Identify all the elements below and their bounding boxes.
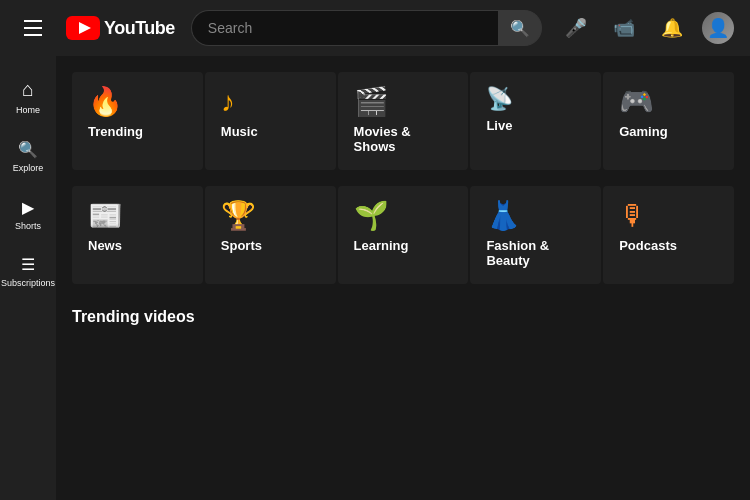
sidebar-item-subscriptions[interactable]: ☰ Subscriptions <box>2 245 54 299</box>
trending-icon: 🔥 <box>88 88 187 116</box>
search-bar: 🔍 <box>191 10 542 46</box>
learning-icon: 🌱 <box>354 202 453 230</box>
main-content: 🔥 Trending ♪ Music 🎬 Movies & Shows 📡 Li… <box>56 56 750 500</box>
news-label: News <box>88 238 187 253</box>
explore-icon: 🔍 <box>18 140 38 159</box>
shorts-icon: ▶ <box>22 198 34 217</box>
music-label: Music <box>221 124 320 139</box>
podcasts-label: Podcasts <box>619 238 718 253</box>
hamburger-menu[interactable] <box>16 12 50 44</box>
category-live[interactable]: 📡 Live <box>470 72 601 170</box>
category-gaming[interactable]: 🎮 Gaming <box>603 72 734 170</box>
youtube-icon <box>66 16 100 40</box>
header-left: YouTube <box>16 12 175 44</box>
bell-icon: 🔔 <box>661 17 683 39</box>
sidebar-label-subscriptions: Subscriptions <box>1 278 55 289</box>
account-avatar[interactable]: 👤 <box>702 12 734 44</box>
gaming-label: Gaming <box>619 124 718 139</box>
search-icon: 🔍 <box>510 19 530 38</box>
live-icon: 📡 <box>486 88 585 110</box>
header: YouTube 🔍 🎤 📹 🔔 👤 <box>0 0 750 56</box>
podcasts-icon: 🎙 <box>619 202 718 230</box>
logo[interactable]: YouTube <box>66 16 175 40</box>
sidebar: ⌂ Home 🔍 Explore ▶ Shorts ☰ Subscription… <box>0 56 56 500</box>
fashion-icon: 👗 <box>486 202 585 230</box>
create-button[interactable]: 📹 <box>606 10 642 46</box>
learning-label: Learning <box>354 238 453 253</box>
gaming-icon: 🎮 <box>619 88 718 116</box>
movies-icon: 🎬 <box>354 88 453 116</box>
search-input[interactable] <box>191 10 498 46</box>
category-fashion[interactable]: 👗 Fashion & Beauty <box>470 186 601 284</box>
search-button[interactable]: 🔍 <box>498 10 542 46</box>
trending-section: Trending videos <box>72 300 734 334</box>
sidebar-item-home[interactable]: ⌂ Home <box>2 68 54 126</box>
header-right: 🎤 📹 🔔 👤 <box>558 10 734 46</box>
logo-text: YouTube <box>104 18 175 39</box>
category-news[interactable]: 📰 News <box>72 186 203 284</box>
trending-label: Trending <box>88 124 187 139</box>
news-icon: 📰 <box>88 202 187 230</box>
movies-label: Movies & Shows <box>354 124 453 154</box>
sports-icon: 🏆 <box>221 202 320 230</box>
category-trending[interactable]: 🔥 Trending <box>72 72 203 170</box>
subscriptions-icon: ☰ <box>21 255 35 274</box>
category-grid-row2: 📰 News 🏆 Sports 🌱 Learning 👗 Fashion & B… <box>72 186 734 284</box>
mic-icon: 🎤 <box>565 17 587 39</box>
sidebar-label-home: Home <box>16 105 40 116</box>
category-podcasts[interactable]: 🎙 Podcasts <box>603 186 734 284</box>
sidebar-item-shorts[interactable]: ▶ Shorts <box>2 188 54 242</box>
category-music[interactable]: ♪ Music <box>205 72 336 170</box>
notifications-button[interactable]: 🔔 <box>654 10 690 46</box>
sports-label: Sports <box>221 238 320 253</box>
category-learning[interactable]: 🌱 Learning <box>338 186 469 284</box>
live-label: Live <box>486 118 585 133</box>
category-sports[interactable]: 🏆 Sports <box>205 186 336 284</box>
create-icon: 📹 <box>613 17 635 39</box>
music-icon: ♪ <box>221 88 320 116</box>
home-icon: ⌂ <box>22 78 34 101</box>
microphone-button[interactable]: 🎤 <box>558 10 594 46</box>
fashion-label: Fashion & Beauty <box>486 238 585 268</box>
sidebar-label-shorts: Shorts <box>15 221 41 232</box>
sidebar-item-explore[interactable]: 🔍 Explore <box>2 130 54 184</box>
category-movies[interactable]: 🎬 Movies & Shows <box>338 72 469 170</box>
user-icon: 👤 <box>707 17 729 39</box>
sidebar-label-explore: Explore <box>13 163 44 174</box>
category-grid-row1: 🔥 Trending ♪ Music 🎬 Movies & Shows 📡 Li… <box>72 72 734 170</box>
trending-title: Trending videos <box>72 308 734 326</box>
